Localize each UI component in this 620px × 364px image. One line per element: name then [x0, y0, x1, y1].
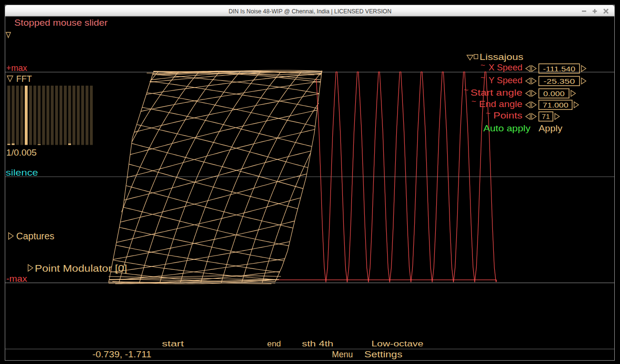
- svg-text:Y Speed: Y Speed: [489, 75, 522, 85]
- svg-text:Lissajous: Lissajous: [480, 52, 523, 62]
- svg-text:1/0.005: 1/0.005: [6, 148, 37, 157]
- svg-text:FFT: FFT: [16, 74, 32, 84]
- svg-text:0.000: 0.000: [543, 89, 565, 98]
- svg-text:Points: Points: [493, 110, 522, 120]
- svg-text:~: ~: [480, 73, 485, 81]
- svg-text:Start angle: Start angle: [470, 88, 522, 98]
- svg-text:Menu: Menu: [332, 350, 353, 359]
- svg-text:-max: -max: [6, 274, 28, 284]
- svg-text:Low-octave: Low-octave: [371, 339, 423, 348]
- svg-text:-0.739, -1.711: -0.739, -1.711: [92, 350, 151, 359]
- svg-text:~: ~: [480, 61, 485, 69]
- svg-text:end: end: [267, 339, 281, 348]
- svg-text:Point Modulator [0]: Point Modulator [0]: [35, 263, 127, 274]
- svg-text:Settings: Settings: [364, 350, 402, 359]
- svg-text:71: 71: [542, 112, 550, 120]
- svg-text:silence: silence: [6, 167, 38, 177]
- svg-text:Captures: Captures: [16, 231, 54, 241]
- svg-text:sth 4th: sth 4th: [302, 339, 333, 348]
- svg-text:~: ~: [471, 97, 476, 105]
- svg-text:Auto apply: Auto apply: [483, 123, 531, 133]
- svg-text:start: start: [162, 339, 184, 348]
- svg-text:71.000: 71.000: [543, 101, 569, 109]
- svg-text:DIN Is Noise 48-WIP @ Chennai,: DIN Is Noise 48-WIP @ Chennai, India | L…: [229, 8, 391, 15]
- svg-text:-25.350: -25.350: [543, 77, 575, 85]
- svg-text:+max: +max: [6, 63, 27, 73]
- svg-text:-111.540: -111.540: [543, 65, 575, 73]
- svg-text:Stopped mouse slider: Stopped mouse slider: [14, 18, 108, 28]
- svg-text:Apply: Apply: [539, 123, 563, 133]
- svg-text:X Speed: X Speed: [489, 62, 522, 72]
- svg-text:End angle: End angle: [479, 99, 522, 109]
- svg-text:~: ~: [486, 109, 490, 117]
- svg-text:~: ~: [464, 86, 469, 94]
